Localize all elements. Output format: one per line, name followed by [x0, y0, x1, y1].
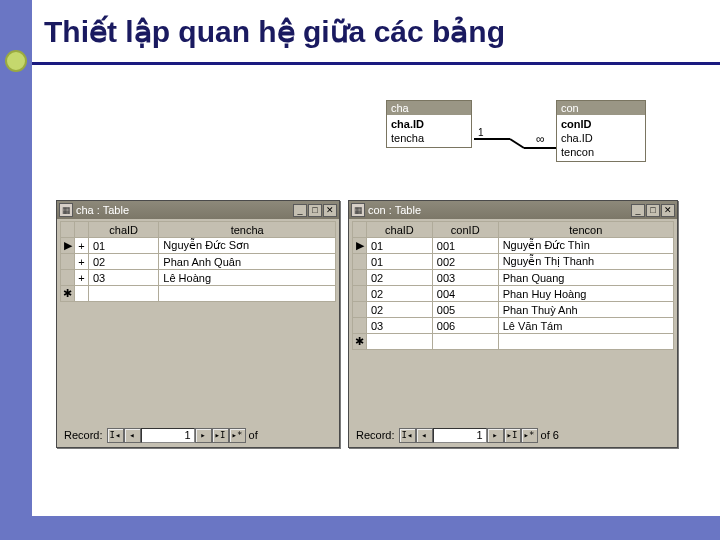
cell-conID[interactable]: 004: [432, 286, 498, 302]
table-row[interactable]: 01 002 Nguyễn Thị Thanh: [353, 254, 674, 270]
card-one-label: 1: [478, 127, 484, 138]
cell-tencha[interactable]: Phan Anh Quân: [159, 254, 336, 270]
close-button[interactable]: ✕: [661, 204, 675, 217]
con-data-table[interactable]: chaID conID tencon ▶ 01 001 Nguyễn Đức T…: [352, 221, 674, 350]
con-window-title: con : Table: [368, 204, 630, 216]
cell-chaID[interactable]: 01: [89, 238, 159, 254]
cell-chaID[interactable]: 01: [367, 238, 433, 254]
minimize-button[interactable]: _: [631, 204, 645, 217]
nav-next-button[interactable]: ▸: [487, 428, 504, 443]
nav-prev-button[interactable]: ◂: [416, 428, 433, 443]
maximize-button[interactable]: □: [646, 204, 660, 217]
cell-tencon[interactable]: [498, 334, 673, 350]
nav-last-button[interactable]: ▸I: [212, 428, 229, 443]
cell-chaID[interactable]: 03: [89, 270, 159, 286]
cha-titlebar[interactable]: ▦ cha : Table _ □ ✕: [57, 201, 339, 219]
cha-grid: chaID tencha ▶ + 01 Nguyễn Đức Sơn + 02 …: [60, 221, 336, 423]
nav-next-button[interactable]: ▸: [195, 428, 212, 443]
cell-conID[interactable]: 003: [432, 270, 498, 286]
rel-table-con[interactable]: con conID cha.ID tencon: [556, 100, 646, 162]
nav-first-button[interactable]: I◂: [107, 428, 124, 443]
record-label: Record:: [352, 429, 399, 441]
table-row[interactable]: 02 004 Phan Huy Hoàng: [353, 286, 674, 302]
rel-cha-title: cha: [387, 101, 471, 115]
table-row[interactable]: + 02 Phan Anh Quân: [61, 254, 336, 270]
row-selector[interactable]: ▶: [61, 238, 75, 254]
cell-chaID[interactable]: 02: [367, 302, 433, 318]
cell-chaID[interactable]: 02: [89, 254, 159, 270]
table-row[interactable]: ▶ 01 001 Nguyễn Đức Thìn: [353, 238, 674, 254]
record-number-input[interactable]: 1: [433, 428, 487, 443]
cell-tencon[interactable]: Nguyễn Thị Thanh: [498, 254, 673, 270]
cell-chaID[interactable]: [367, 334, 433, 350]
cell-conID[interactable]: 002: [432, 254, 498, 270]
new-row[interactable]: ✱: [353, 334, 674, 350]
expand-icon[interactable]: +: [75, 270, 89, 286]
cha-col-chaID[interactable]: chaID: [89, 222, 159, 238]
record-number-input[interactable]: 1: [141, 428, 195, 443]
cell-tencha[interactable]: [159, 286, 336, 302]
nav-new-button[interactable]: ▸*: [521, 428, 538, 443]
rel-con-title: con: [557, 101, 645, 115]
nav-prev-button[interactable]: ◂: [124, 428, 141, 443]
nav-new-button[interactable]: ▸*: [229, 428, 246, 443]
con-record-nav: Record: I◂ ◂ 1 ▸ ▸I ▸* of 6: [352, 426, 674, 444]
row-selector[interactable]: [353, 270, 367, 286]
cell-tencon[interactable]: Lê Văn Tám: [498, 318, 673, 334]
nav-last-button[interactable]: ▸I: [504, 428, 521, 443]
con-grid: chaID conID tencon ▶ 01 001 Nguyễn Đức T…: [352, 221, 674, 423]
row-selector[interactable]: [61, 254, 75, 270]
cell-tencha[interactable]: Nguyễn Đức Sơn: [159, 238, 336, 254]
rel-cha-field-1: tencha: [391, 131, 467, 145]
cell-chaID[interactable]: [89, 286, 159, 302]
table-row[interactable]: ▶ + 01 Nguyễn Đức Sơn: [61, 238, 336, 254]
cell-conID[interactable]: 005: [432, 302, 498, 318]
cell-tencon[interactable]: Nguyễn Đức Thìn: [498, 238, 673, 254]
con-col-tencon[interactable]: tencon: [498, 222, 673, 238]
table-icon: ▦: [351, 203, 365, 217]
table-row[interactable]: 02 005 Phan Thuỳ Anh: [353, 302, 674, 318]
cha-data-table[interactable]: chaID tencha ▶ + 01 Nguyễn Đức Sơn + 02 …: [60, 221, 336, 302]
minimize-button[interactable]: _: [293, 204, 307, 217]
grid-background: [60, 311, 336, 423]
row-selector[interactable]: [353, 254, 367, 270]
cell-tencha[interactable]: Lê Hoàng: [159, 270, 336, 286]
expand-icon[interactable]: +: [75, 238, 89, 254]
row-selector[interactable]: [353, 318, 367, 334]
expand-icon[interactable]: +: [75, 254, 89, 270]
row-selector[interactable]: [353, 302, 367, 318]
row-selector[interactable]: [353, 286, 367, 302]
table-row[interactable]: 02 003 Phan Quang: [353, 270, 674, 286]
cell-tencon[interactable]: Phan Huy Hoàng: [498, 286, 673, 302]
con-col-conID[interactable]: conID: [432, 222, 498, 238]
cha-col-tencha[interactable]: tencha: [159, 222, 336, 238]
close-button[interactable]: ✕: [323, 204, 337, 217]
rel-table-cha[interactable]: cha cha.ID tencha: [386, 100, 472, 148]
new-row[interactable]: ✱: [61, 286, 336, 302]
cell-chaID[interactable]: 01: [367, 254, 433, 270]
window-cha-table: ▦ cha : Table _ □ ✕ chaID tencha ▶ + 01 …: [56, 200, 340, 448]
cell-chaID[interactable]: 02: [367, 270, 433, 286]
cell-conID[interactable]: [432, 334, 498, 350]
cell-tencon[interactable]: Phan Thuỳ Anh: [498, 302, 673, 318]
cell-conID[interactable]: 006: [432, 318, 498, 334]
nav-first-button[interactable]: I◂: [399, 428, 416, 443]
svg-line-1: [510, 139, 524, 148]
cell-chaID[interactable]: 03: [367, 318, 433, 334]
window-con-table: ▦ con : Table _ □ ✕ chaID conID tencon ▶…: [348, 200, 678, 448]
cell-tencon[interactable]: Phan Quang: [498, 270, 673, 286]
maximize-button[interactable]: □: [308, 204, 322, 217]
con-titlebar[interactable]: ▦ con : Table _ □ ✕: [349, 201, 677, 219]
title-underline: [32, 62, 720, 65]
row-selector[interactable]: ▶: [353, 238, 367, 254]
table-row[interactable]: 03 006 Lê Văn Tám: [353, 318, 674, 334]
row-selector[interactable]: [61, 270, 75, 286]
table-row[interactable]: + 03 Lê Hoàng: [61, 270, 336, 286]
con-col-chaID[interactable]: chaID: [367, 222, 433, 238]
con-selector-header: [353, 222, 367, 238]
cell-chaID[interactable]: 02: [367, 286, 433, 302]
cha-record-nav: Record: I◂ ◂ 1 ▸ ▸I ▸* of: [60, 426, 336, 444]
content-area: cha cha.ID tencha 1 ∞ con conID cha.ID t…: [46, 90, 710, 510]
cell-conID[interactable]: 001: [432, 238, 498, 254]
cha-selector-header: [61, 222, 75, 238]
